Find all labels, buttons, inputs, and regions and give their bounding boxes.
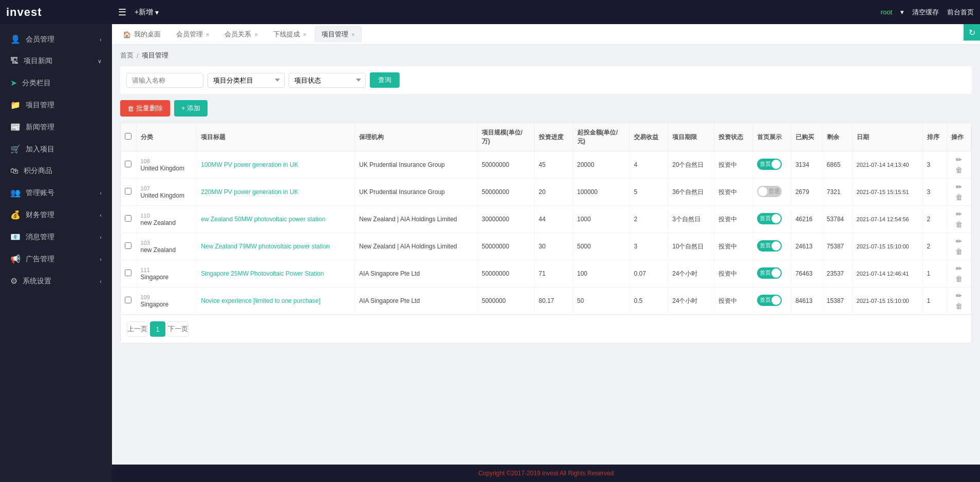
delete-button-110[interactable]: 🗑 xyxy=(955,220,963,228)
refresh-button[interactable]: ↻ xyxy=(964,24,980,41)
delete-button-108[interactable]: 🗑 xyxy=(955,166,963,174)
sidebar-item-join-project[interactable]: 🛒 加入项目 xyxy=(0,138,112,160)
row-id-num: 111 xyxy=(141,267,150,273)
row-purchased-110: 46216 xyxy=(791,206,822,233)
row-date-107: 2021-07-15 15:15:51 xyxy=(852,179,922,206)
row-title-link[interactable]: 100MW PV power generation in UK xyxy=(201,161,298,168)
sidebar-item-points-shop[interactable]: 🛍 积分商品 xyxy=(0,160,112,182)
tab-close-project-mgmt[interactable]: × xyxy=(351,31,354,37)
row-institution-110: New Zealand | AIA Holdings Limited xyxy=(355,206,478,233)
query-button[interactable]: 查询 xyxy=(370,72,400,88)
tab-project-mgmt[interactable]: 项目管理 × xyxy=(315,26,361,42)
row-title-103: New Zealand 79MW photovoltaic power stat… xyxy=(197,233,355,260)
row-category: new Zealand xyxy=(141,246,176,254)
row-id-num: 107 xyxy=(141,185,150,191)
th-homepage: 首页展示 xyxy=(752,123,791,151)
homepage-toggle-109[interactable]: 首页 xyxy=(757,295,782,306)
row-checkbox-110[interactable] xyxy=(125,215,131,222)
edit-button-109[interactable]: ✏ xyxy=(956,292,962,300)
status-select[interactable]: 项目状态 全部 投资中 已结束 xyxy=(289,73,366,88)
row-title-link[interactable]: New Zealand 79MW photovoltaic power stat… xyxy=(201,243,330,250)
front-page-button[interactable]: 前台首页 xyxy=(947,8,974,17)
menu-toggle-icon[interactable]: ☰ xyxy=(118,7,126,18)
delete-button-107[interactable]: 🗑 xyxy=(955,193,963,201)
row-checkbox-103[interactable] xyxy=(125,242,131,249)
delete-button-109[interactable]: 🗑 xyxy=(955,302,963,310)
name-search-input[interactable] xyxy=(126,73,203,88)
row-homepage-cell-108: 首页 xyxy=(752,151,791,179)
row-date-111: 2021-07-14 12:46:41 xyxy=(852,260,922,287)
tab-close-member-mgmt[interactable]: × xyxy=(206,31,209,37)
tab-close-member-rel[interactable]: × xyxy=(254,31,257,37)
row-sort-108: 3 xyxy=(922,151,947,179)
table-row: 110 new Zealand ew Zealand 50MW photovol… xyxy=(121,206,971,233)
sidebar-item-news-mgmt[interactable]: 📰 新闻管理 xyxy=(0,116,112,138)
table-row: 107 United Kingdom 220MW PV power genera… xyxy=(121,179,971,206)
row-checkbox-107[interactable] xyxy=(125,188,131,195)
breadcrumb: 首页 / 项目管理 xyxy=(120,51,972,60)
tab-downline[interactable]: 下线提成 × xyxy=(267,26,313,42)
clear-cache-button[interactable]: 清空缓存 xyxy=(912,8,939,17)
add-button[interactable]: + 添加 xyxy=(174,100,208,117)
sidebar-item-member-mgmt[interactable]: 👤 会员管理 ‹ xyxy=(0,28,112,50)
news-icon: 🏗 xyxy=(10,56,18,66)
prev-page-button[interactable]: 上一页 xyxy=(127,321,148,337)
homepage-toggle-111[interactable]: 首页 xyxy=(757,267,782,279)
homepage-toggle-110[interactable]: 首页 xyxy=(757,213,782,224)
row-min-invest-109: 50 xyxy=(573,287,630,315)
breadcrumb-home[interactable]: 首页 xyxy=(120,51,134,60)
row-title-link[interactable]: 220MW PV power generation in UK xyxy=(201,188,298,196)
homepage-toggle-108[interactable]: 首页 xyxy=(757,159,782,170)
user-icon: 👤 xyxy=(10,34,21,44)
sidebar-item-system-settings[interactable]: ⚙ 系统设置 ‹ xyxy=(0,270,112,292)
sidebar-item-message-mgmt[interactable]: 📧 消息管理 ‹ xyxy=(0,226,112,248)
homepage-toggle-103[interactable]: 首页 xyxy=(757,240,782,252)
user-dropdown-icon[interactable]: ▾ xyxy=(900,8,904,16)
row-checkbox-111[interactable] xyxy=(125,269,131,276)
row-title-link[interactable]: Novice experience [limited to one purcha… xyxy=(201,297,321,304)
tab-member-mgmt[interactable]: 会员管理 × xyxy=(169,26,216,42)
sidebar-item-project-news[interactable]: 🏗 项目新闻 ∨ xyxy=(0,50,112,72)
row-id-109: 109 Singapore xyxy=(136,287,197,315)
tab-close-downline[interactable]: × xyxy=(303,31,306,37)
edit-button-111[interactable]: ✏ xyxy=(956,264,962,273)
delete-button-111[interactable]: 🗑 xyxy=(955,275,963,283)
user-label[interactable]: root xyxy=(881,8,892,16)
tab-dashboard[interactable]: 🏠 我的桌面 xyxy=(116,26,167,42)
edit-button-107[interactable]: ✏ xyxy=(956,183,962,191)
edit-button-110[interactable]: ✏ xyxy=(956,210,962,218)
category-select[interactable]: 项目分类栏目 xyxy=(208,73,285,88)
app-logo: invest xyxy=(6,6,118,19)
edit-button-103[interactable]: ✏ xyxy=(956,237,962,245)
sidebar-item-project-mgmt[interactable]: 📁 项目管理 xyxy=(0,94,112,116)
next-page-button[interactable]: 下一页 xyxy=(167,321,189,337)
select-all-checkbox[interactable] xyxy=(125,133,131,140)
sidebar-arrow-member-mgmt: ‹ xyxy=(100,36,102,43)
sidebar-item-finance-mgmt[interactable]: 💰 财务管理 ‹ xyxy=(0,204,112,226)
row-date-110: 2021-07-14 12:54:56 xyxy=(852,206,922,233)
edit-button-108[interactable]: ✏ xyxy=(956,156,962,164)
sidebar-label-project-news: 项目新闻 xyxy=(24,56,52,66)
homepage-toggle-107[interactable]: 普通 xyxy=(757,186,782,197)
batch-delete-button[interactable]: 🗑 批量删除 xyxy=(120,100,170,117)
sidebar-item-ad-mgmt[interactable]: 📢 广告管理 ‹ xyxy=(0,248,112,270)
row-category: Singapore xyxy=(141,274,169,281)
page-1-button[interactable]: 1 xyxy=(150,321,165,337)
row-progress-107: 20 xyxy=(534,179,573,206)
add-new-button[interactable]: +新增 ▾ xyxy=(135,8,159,17)
sidebar-label-project-mgmt: 项目管理 xyxy=(26,101,54,110)
sidebar: 👤 会员管理 ‹ 🏗 项目新闻 ∨ ➤ 分类栏目 📁 项目管理 📰 新闻管理 🛒… xyxy=(0,24,112,482)
row-checkbox-108[interactable] xyxy=(125,161,131,167)
row-checkbox-109[interactable] xyxy=(125,297,131,303)
sidebar-item-admin-account[interactable]: 👥 管理账号 ‹ xyxy=(0,182,112,204)
table-row: 103 new Zealand New Zealand 79MW photovo… xyxy=(121,233,971,260)
row-date-108: 2021-07-14 14:13:40 xyxy=(852,151,922,179)
row-title-link[interactable]: ew Zealand 50MW photovoltaic power stati… xyxy=(201,216,325,223)
delete-button-103[interactable]: 🗑 xyxy=(955,247,963,256)
row-period-111: 24个小时 xyxy=(668,260,714,287)
row-title-link[interactable]: Singapore 25MW Photovoltaic Power Statio… xyxy=(201,270,324,277)
tab-member-rel[interactable]: 会员关系 × xyxy=(218,26,264,42)
row-return-111: 0.07 xyxy=(630,260,668,287)
tab-member-rel-label: 会员关系 xyxy=(224,30,251,39)
sidebar-item-category-nav[interactable]: ➤ 分类栏目 xyxy=(0,72,112,94)
